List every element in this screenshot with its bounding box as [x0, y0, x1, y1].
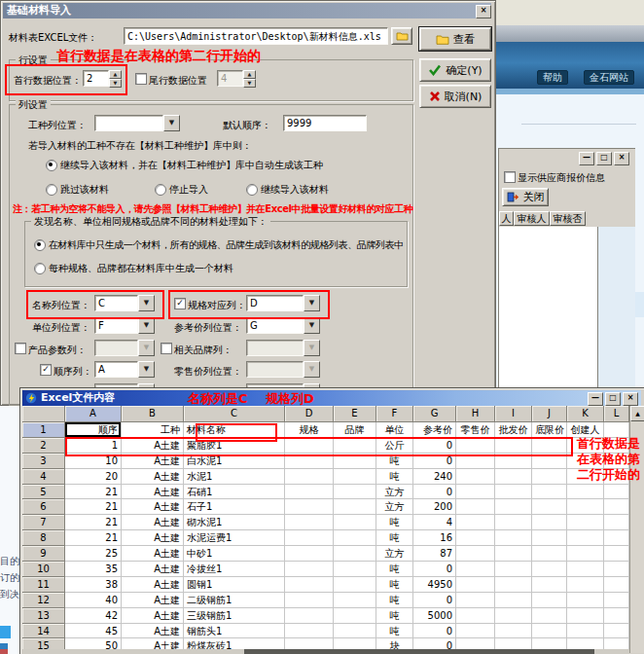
grid-cell[interactable]: A土建	[122, 499, 184, 515]
grid-cell[interactable]: 立方	[376, 485, 413, 500]
grid-cell[interactable]: 聚脂胶1	[184, 438, 285, 454]
column-header[interactable]: L	[604, 406, 629, 422]
grid-cell[interactable]: 21	[65, 499, 122, 515]
spin-up-icon[interactable]: ▲	[109, 70, 122, 79]
grid-cell[interactable]	[604, 546, 629, 562]
grid-cell[interactable]: 吨	[376, 469, 413, 485]
grid-cell[interactable]	[604, 530, 629, 546]
brand-col-checkbox[interactable]	[161, 343, 172, 354]
grid-cell[interactable]: 0	[413, 593, 456, 608]
file-path-input[interactable]: C:\Users\Administrator\Desktop\新材料信息.xls	[124, 27, 388, 45]
grid-cell[interactable]: 87	[413, 546, 456, 562]
grid-cell[interactable]	[334, 624, 376, 639]
row-header[interactable]: 13	[22, 608, 65, 624]
grid-cell[interactable]: 规格	[285, 422, 334, 438]
grid-cell[interactable]	[456, 608, 495, 624]
grid-cell[interactable]: 42	[65, 608, 122, 624]
grid-cell[interactable]	[567, 593, 604, 608]
row-header[interactable]: 9	[22, 546, 65, 562]
audit-column-header[interactable]: 审核人	[514, 211, 550, 226]
grid-cell[interactable]	[334, 515, 376, 530]
grid-cell[interactable]	[495, 515, 532, 530]
grid-cell[interactable]	[456, 469, 495, 485]
grid-cell[interactable]	[567, 562, 604, 577]
dialog-titlebar[interactable]: 基础材料导入	[3, 3, 491, 18]
radio-stop[interactable]	[155, 184, 166, 196]
row-header[interactable]: 5	[22, 485, 65, 500]
close-icon[interactable]: ×	[623, 392, 638, 406]
grid-cell[interactable]	[532, 515, 567, 530]
spinner-arrows[interactable]: ▲▼	[109, 70, 122, 87]
order-col-dropdown[interactable]: A ▼	[94, 361, 155, 378]
close-icon[interactable]: ×	[614, 152, 629, 165]
grid-cell[interactable]: 25	[65, 546, 122, 562]
minimize-icon[interactable]: —	[579, 152, 594, 165]
grid-cell[interactable]: 吨	[376, 577, 413, 593]
grid-cell[interactable]	[334, 499, 376, 515]
grid-cell[interactable]	[334, 546, 376, 562]
column-header[interactable]: I	[495, 406, 532, 422]
grid-cell[interactable]: A土建	[122, 438, 184, 454]
chevron-down-icon[interactable]: ▼	[304, 317, 320, 334]
grid-cell[interactable]	[567, 577, 604, 593]
grid-cell[interactable]	[285, 499, 334, 515]
grid-cell[interactable]: 吨	[376, 530, 413, 546]
grid-cell[interactable]	[604, 624, 629, 639]
row-header[interactable]: 8	[22, 530, 65, 546]
grid-cell[interactable]	[532, 562, 567, 577]
grid-cell[interactable]: 4950	[413, 577, 456, 593]
column-header[interactable]: C	[184, 406, 285, 422]
scrollbar-thumb[interactable]	[244, 649, 594, 654]
grid-cell[interactable]: 吨	[376, 562, 413, 577]
grid-cell[interactable]: A土建	[122, 577, 184, 593]
row-header[interactable]: 14	[22, 624, 65, 639]
grid-cell[interactable]: 石硝1	[184, 485, 285, 500]
spec-col-checkbox[interactable]: ✓	[174, 298, 186, 309]
grid-cell[interactable]	[567, 499, 604, 515]
param-col-checkbox[interactable]	[15, 343, 26, 354]
grid-cell[interactable]	[604, 608, 629, 624]
chevron-down-icon[interactable]: ▼	[138, 295, 155, 311]
ok-button[interactable]: 确定(Y)	[419, 58, 491, 82]
row-header[interactable]: 2	[22, 438, 65, 454]
grid-cell[interactable]	[456, 454, 495, 469]
audit-column-header[interactable]: 审核否	[550, 211, 586, 226]
grid-cell[interactable]	[532, 530, 567, 546]
grid-cell[interactable]: 钢筋头1	[184, 624, 285, 639]
grid-cell[interactable]	[495, 546, 532, 562]
grid-cell[interactable]: 21	[65, 515, 122, 530]
radio-continue-create[interactable]	[46, 160, 57, 171]
worktype-col-dropdown[interactable]: ▼	[94, 115, 180, 131]
grid-cell[interactable]	[456, 530, 495, 546]
column-header[interactable]: K	[567, 406, 604, 422]
grid-cell[interactable]	[532, 499, 567, 515]
grid-cell[interactable]	[285, 438, 334, 454]
grid-cell[interactable]: A土建	[122, 530, 184, 546]
grid-cell[interactable]: 35	[65, 562, 122, 577]
grid-cell[interactable]	[285, 515, 334, 530]
grid-cell[interactable]	[567, 530, 604, 546]
grid-cell[interactable]	[285, 469, 334, 485]
order-col-checkbox[interactable]: ✓	[40, 364, 52, 376]
grid-cell[interactable]: 16	[413, 530, 456, 546]
grid-cell[interactable]: 1	[65, 438, 122, 454]
grid-cell[interactable]	[456, 546, 495, 562]
menu-help[interactable]: 帮助	[537, 70, 568, 85]
grid-cell[interactable]: 21	[65, 485, 122, 500]
grid-cell[interactable]: 20	[65, 469, 122, 485]
spec-col-dropdown[interactable]: D ▼	[246, 295, 320, 311]
grid-cell[interactable]	[334, 485, 376, 500]
grid-cell[interactable]	[532, 624, 567, 639]
grid-cell[interactable]: 38	[65, 577, 122, 593]
row-header[interactable]: 4	[22, 469, 65, 485]
grid-cell[interactable]: 0	[413, 454, 456, 469]
grid-cell[interactable]	[334, 438, 376, 454]
excel-window-titlebar[interactable]: Excel文件内容	[22, 390, 641, 406]
grid-cell[interactable]: 品牌	[334, 422, 376, 438]
grid-cell[interactable]: A土建	[122, 485, 184, 500]
grid-cell[interactable]: 单位	[376, 422, 413, 438]
grid-cell[interactable]: 21	[65, 530, 122, 546]
grid-cell[interactable]	[495, 499, 532, 515]
unit-col-dropdown[interactable]: F ▼	[94, 317, 155, 334]
grid-cell[interactable]: 立方	[376, 546, 413, 562]
